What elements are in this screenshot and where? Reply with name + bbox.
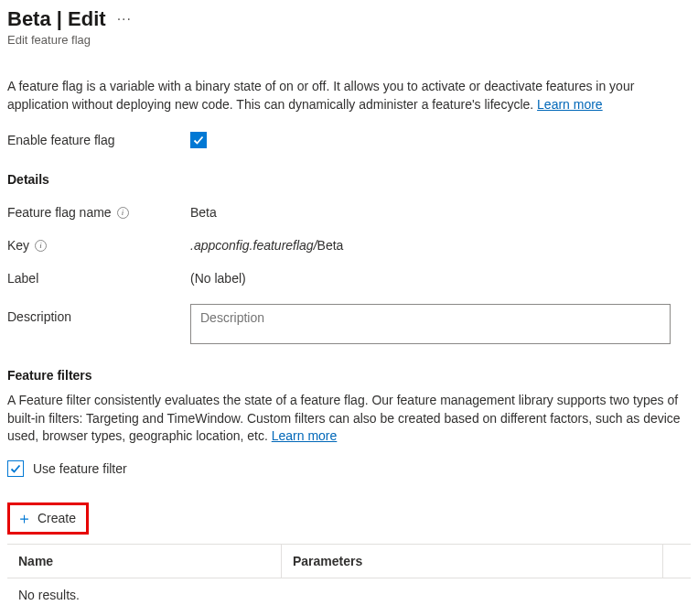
more-icon[interactable]: ··· bbox=[117, 11, 132, 27]
create-highlight-box: ＋ Create bbox=[7, 503, 89, 535]
create-label: Create bbox=[38, 511, 76, 525]
use-filter-label: Use feature filter bbox=[33, 461, 127, 476]
filters-learn-more-link[interactable]: Learn more bbox=[272, 428, 338, 443]
filters-table: Name Parameters No results. bbox=[7, 544, 691, 611]
flag-name-value: Beta bbox=[190, 205, 217, 220]
label-label: Label bbox=[7, 271, 190, 286]
check-icon bbox=[10, 463, 21, 474]
plus-icon: ＋ bbox=[16, 511, 32, 526]
col-actions bbox=[663, 545, 691, 578]
enable-flag-label: Enable feature flag bbox=[7, 133, 190, 147]
filters-body: A Feature filter consistently evaluates … bbox=[7, 393, 681, 443]
filters-heading: Feature filters bbox=[7, 368, 691, 383]
check-icon bbox=[193, 135, 204, 146]
label-value: (No label) bbox=[190, 271, 246, 286]
key-label: Key bbox=[7, 238, 29, 253]
enable-flag-checkbox[interactable] bbox=[190, 132, 207, 148]
description-label: Description bbox=[7, 304, 190, 324]
page-subtitle: Edit feature flag bbox=[7, 33, 691, 47]
col-name: Name bbox=[7, 545, 282, 578]
key-value: .appconfig.featureflag/Beta bbox=[190, 238, 343, 253]
page-title: Beta | Edit bbox=[7, 7, 106, 31]
col-parameters: Parameters bbox=[282, 545, 663, 578]
filters-text: A Feature filter consistently evaluates … bbox=[7, 392, 691, 446]
key-prefix: .appconfig.featureflag/ bbox=[190, 238, 317, 253]
table-empty: No results. bbox=[7, 578, 691, 611]
table-header: Name Parameters bbox=[7, 545, 691, 578]
flag-name-label: Feature flag name bbox=[7, 205, 112, 220]
intro-text: A feature flag is a variable with a bina… bbox=[7, 78, 691, 113]
description-input[interactable] bbox=[190, 304, 671, 344]
details-heading: Details bbox=[7, 172, 691, 187]
info-icon[interactable]: i bbox=[117, 207, 129, 219]
key-name: Beta bbox=[317, 238, 344, 253]
use-filter-checkbox[interactable] bbox=[7, 460, 24, 477]
intro-learn-more-link[interactable]: Learn more bbox=[537, 97, 603, 112]
create-button[interactable]: ＋ Create bbox=[11, 506, 85, 531]
info-icon[interactable]: i bbox=[35, 240, 47, 252]
